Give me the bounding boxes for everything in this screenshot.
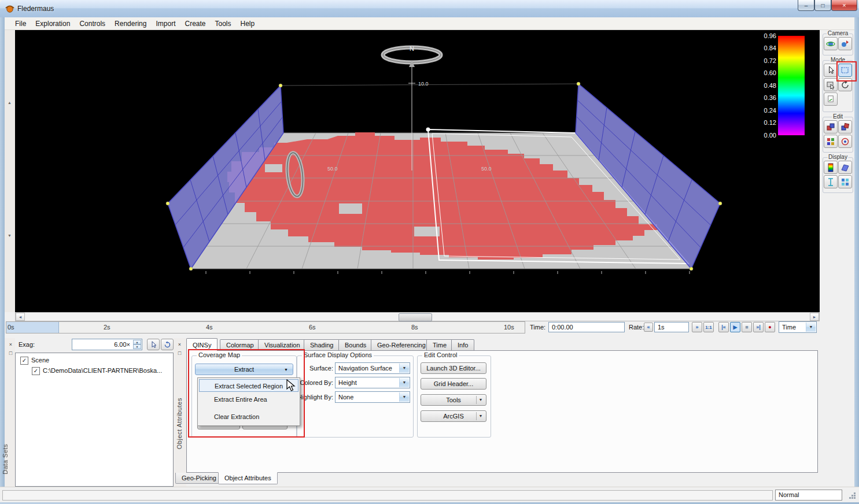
scrollbar-thumb[interactable]: [399, 313, 432, 321]
undo-view-button[interactable]: [161, 339, 174, 350]
display-surface-button[interactable]: [838, 161, 852, 174]
dock-close-icon[interactable]: ×: [175, 340, 184, 349]
menu-item-clear-extraction[interactable]: Clear Extraction: [199, 410, 298, 423]
rate-rewind-button[interactable]: «: [644, 323, 653, 332]
rotate-mode-button[interactable]: [838, 78, 852, 91]
stop-button[interactable]: ■: [742, 322, 752, 332]
menu-help[interactable]: Help: [236, 18, 260, 29]
tab-object-attributes[interactable]: Object Attributes: [218, 472, 278, 484]
tab-time[interactable]: Time: [426, 339, 453, 350]
timeline-ruler[interactable]: 0s 2s 4s 6s 8s 10s: [6, 321, 525, 333]
menu-rendering[interactable]: Rendering: [110, 18, 151, 29]
tab-qinsy[interactable]: QINSy: [186, 338, 217, 351]
display-measure-button[interactable]: [824, 175, 838, 188]
panel-collapse-down-icon[interactable]: ▼: [8, 234, 12, 238]
menu-item-extract-selected-region[interactable]: Extract Selected Region: [199, 379, 298, 392]
viewport-3d[interactable]: N 10.0 50.0 50.0 0.96 0.84 0.72 0.60 0.4…: [15, 30, 820, 312]
extract-dropdown-button[interactable]: Extract ▼: [195, 364, 293, 375]
explore-tool-button[interactable]: [147, 339, 160, 350]
tab-visualization[interactable]: Visualization: [258, 339, 307, 350]
rotate-circle-icon: [840, 80, 850, 90]
scroll-right-button[interactable]: ►: [810, 313, 819, 321]
tab-bounds[interactable]: Bounds: [338, 339, 373, 350]
panel-collapse-up-icon[interactable]: ▲: [8, 101, 12, 105]
play-button[interactable]: ▶: [730, 322, 740, 332]
tab-colormap[interactable]: Colormap: [220, 339, 260, 350]
dataset-checkbox[interactable]: ✓: [32, 367, 40, 375]
camera-pan-icon: [840, 39, 850, 49]
launch-3d-editor-button[interactable]: Launch 3D Editor...: [421, 362, 486, 374]
timeline-tick: 6s: [309, 324, 316, 331]
attributes-strip-label[interactable]: Object Attributes: [176, 398, 183, 449]
colored-by-select[interactable]: Height ▼: [335, 377, 410, 388]
scene-3d[interactable]: N 10.0 50.0 50.0: [15, 30, 820, 312]
grid-header-button[interactable]: Grid Header...: [421, 378, 486, 390]
dock-float-icon[interactable]: □: [6, 349, 15, 357]
minimize-button[interactable]: –: [798, 0, 814, 11]
menu-controls[interactable]: Controls: [75, 18, 110, 29]
display-colormap-button[interactable]: [824, 161, 838, 174]
tab-geo-referencing[interactable]: Geo-Referencing: [371, 339, 432, 350]
menu-create[interactable]: Create: [180, 18, 210, 29]
qinsy-tab-content: Coverage Map Extract ▼ Check Uncheck Ext…: [186, 350, 818, 473]
window-title: Fledermaus: [17, 5, 54, 13]
dock-close-icon[interactable]: ×: [6, 340, 15, 349]
camera-pan-button[interactable]: [838, 37, 852, 50]
status-mode-field[interactable]: Normal: [775, 490, 842, 501]
maximize-button[interactable]: □: [814, 0, 831, 11]
titlebar[interactable]: Fledermaus – □ ×: [0, 0, 859, 18]
arcgis-dropdown-button[interactable]: ArcGIS ▼: [421, 410, 486, 422]
timeline-mode-select[interactable]: Time ▼: [779, 321, 817, 333]
menu-tools[interactable]: Tools: [211, 18, 236, 29]
select-area-mode-button[interactable]: [824, 78, 838, 91]
ratio-button[interactable]: 1:1: [703, 322, 714, 332]
menu-file[interactable]: File: [10, 18, 31, 29]
resize-grip[interactable]: [849, 497, 851, 499]
rate-rewind-icon: «: [647, 324, 650, 330]
tools-dropdown-button[interactable]: Tools ▼: [421, 394, 486, 406]
exag-spin-up-icon[interactable]: ▲: [133, 340, 141, 344]
dataset-path-label: C:\DemoData\CLIENT-PARTNER\Boska...: [43, 367, 162, 374]
colorbar-label: 0.48: [752, 82, 776, 89]
fast-forward-button[interactable]: »: [692, 322, 702, 332]
viewport-hscrollbar[interactable]: ◄ ►: [15, 312, 820, 321]
dock-float-icon[interactable]: □: [175, 349, 184, 357]
exag-spin-down-icon[interactable]: ▼: [133, 344, 141, 349]
extract-button-label: Extract: [234, 366, 254, 373]
time-field[interactable]: 0:00.00: [548, 322, 625, 332]
tab-geo-picking[interactable]: Geo-Picking: [175, 473, 223, 484]
scene-checkbox[interactable]: ✓: [20, 357, 28, 365]
exag-spinbox[interactable]: 6.00× ▲ ▼: [72, 339, 142, 350]
tab-info[interactable]: Info: [451, 339, 474, 350]
surface-select[interactable]: Navigation Surface ▼: [335, 362, 410, 374]
select-rectangle-mode-button[interactable]: [838, 64, 852, 77]
explore-mode-button[interactable]: [824, 64, 838, 77]
grid-header-label: Grid Header...: [434, 380, 473, 387]
select-rectangle-icon: [840, 66, 850, 75]
camera-rotate-button[interactable]: [824, 37, 838, 50]
scroll-left-button[interactable]: ◄: [16, 313, 25, 321]
colorbar-label: 0.60: [752, 69, 776, 76]
record-button[interactable]: ●: [765, 322, 775, 332]
skip-start-button[interactable]: |«: [718, 322, 729, 332]
menu-exploration[interactable]: Exploration: [31, 18, 75, 29]
plane-mode-button[interactable]: [824, 92, 838, 106]
tab-shading[interactable]: Shading: [304, 339, 340, 350]
edit-surface-button[interactable]: [824, 120, 838, 134]
menu-import[interactable]: Import: [151, 18, 180, 29]
datasets-strip-label[interactable]: Data Sets: [2, 444, 9, 475]
colorbar-label: 0.24: [752, 107, 776, 114]
highlight-by-select[interactable]: None ▼: [335, 391, 410, 403]
dropdown-arrow-icon: ▼: [476, 396, 485, 404]
close-button[interactable]: ×: [831, 0, 857, 11]
edit-target-button[interactable]: [838, 135, 852, 148]
display-grid-button[interactable]: [838, 175, 852, 188]
scroll-right-icon: ►: [813, 315, 817, 319]
edit-points-button[interactable]: [838, 120, 852, 134]
skip-end-button[interactable]: »|: [753, 322, 764, 332]
menu-item-extract-entire-area[interactable]: Extract Entire Area: [199, 393, 298, 406]
status-message-area: [2, 490, 773, 501]
measure-icon: [826, 177, 835, 187]
edit-palette-button[interactable]: [824, 135, 838, 148]
rate-field[interactable]: 1s: [654, 322, 689, 332]
